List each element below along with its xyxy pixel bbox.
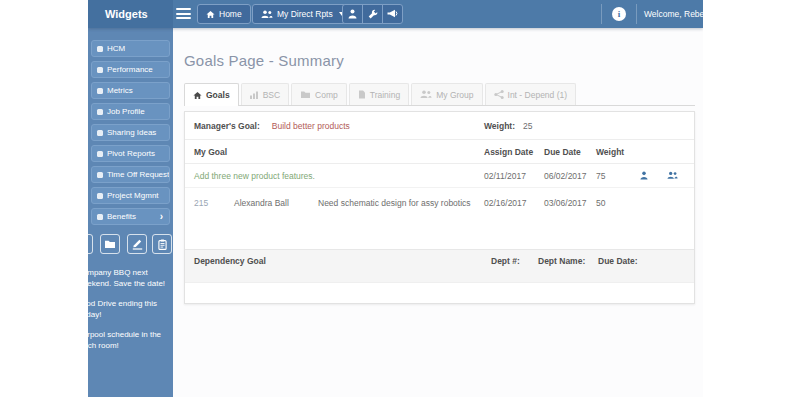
megaphone-icon [387, 9, 398, 19]
goal-description: Need schematic design for assy robotics [318, 198, 484, 208]
tab-label: Goals [206, 90, 230, 100]
page-title: Goals Page - Summary [184, 52, 695, 69]
sidebar-item-label: Metrics [107, 86, 133, 95]
column-header-due-date: Due Date [544, 147, 596, 157]
sidebar-item-label: Time Off Request [107, 170, 169, 179]
announcement-text: Food Drive ending this Friday! [88, 299, 169, 320]
column-header-assign-date: Assign Date [484, 147, 544, 157]
manager-goal-value[interactable]: Build better products [272, 121, 350, 131]
tab-my-group[interactable]: My Group [411, 83, 482, 105]
tab-training[interactable]: Training [349, 83, 409, 105]
file-icon [358, 90, 366, 99]
topbar-divider [636, 4, 637, 24]
people-icon [420, 90, 432, 99]
info-icon[interactable]: i [612, 7, 626, 21]
goal-link[interactable]: Add three new product features. [194, 171, 484, 181]
sidebar-item-label: Job Profile [107, 107, 145, 116]
topbar-divider [601, 4, 602, 24]
metrics-icon [97, 88, 103, 94]
manager-goal-row: Manager's Goal: Build better products We… [185, 112, 694, 140]
project-mgmnt-icon [97, 193, 103, 199]
brand-logo: Widgets [88, 0, 173, 28]
due-date-cell: 06/02/2017 [544, 171, 596, 181]
folder-icon [300, 90, 311, 99]
weight-value: 25 [523, 121, 532, 131]
edit-button[interactable] [127, 234, 147, 254]
sidebar-item-label: Pivot Reports [107, 149, 155, 158]
sidebar-item-benefits[interactable]: Benefits› [91, 208, 170, 225]
sidebar-item-label: Performance [107, 65, 153, 74]
app-window: Widgets Home My Direct Rpts [88, 0, 703, 397]
time-off-icon [97, 172, 103, 178]
sidebar-item-project-mgmnt[interactable]: Project Mgmnt [91, 187, 170, 204]
table-row: 215 Alexandra Ball Need schematic design… [185, 188, 694, 218]
my-direct-reports-button[interactable]: My Direct Rpts [252, 4, 354, 24]
pencil-icon [132, 239, 143, 250]
column-header-weight: Weight [596, 147, 640, 157]
sidebar-item-label: Sharing Ideas [107, 128, 156, 137]
sidebar-item-job-profile[interactable]: Job Profile [91, 103, 170, 120]
goals-table-header: My Goal Assign Date Due Date Weight [185, 140, 694, 164]
due-date-label: Due Date: [598, 256, 638, 266]
top-nav-bar: Widgets Home My Direct Rpts [88, 0, 703, 28]
tab-comp[interactable]: Comp [291, 83, 347, 105]
sidebar-item-metrics[interactable]: Metrics [91, 82, 170, 99]
home-icon [206, 10, 215, 19]
row-id: 215 [194, 198, 234, 208]
clipboard-icon [158, 239, 167, 250]
dependency-goal-header: Dependency Goal Dept #: Dept Name: Due D… [185, 249, 694, 283]
performance-icon [97, 67, 103, 73]
pivot-reports-icon [97, 151, 103, 157]
assign-date-cell: 02/16/2017 [484, 198, 544, 208]
tab-goals[interactable]: Goals [184, 83, 239, 106]
table-row: Add three new product features. 02/11/20… [185, 164, 694, 188]
owner-name: Alexandra Ball [234, 198, 318, 208]
chevron-right-icon: › [160, 209, 163, 224]
hcm-icon [97, 46, 103, 52]
main-content: Goals Page - Summary Goals BSC Comp Trai… [173, 28, 703, 397]
weight-cell: 75 [596, 171, 640, 181]
home-button-label: Home [219, 9, 242, 19]
group-button[interactable] [667, 171, 685, 180]
dept-name-label: Dept Name: [538, 256, 598, 266]
sidebar-item-hcm[interactable]: HCM [91, 40, 170, 57]
people-icon [261, 10, 273, 19]
sidebar-item-time-off-request[interactable]: Time Off Request [91, 166, 170, 183]
benefits-icon [97, 214, 103, 220]
people-icon [667, 171, 678, 180]
home-button[interactable]: Home [197, 4, 251, 24]
person-icon [640, 171, 648, 180]
weight-cell: 50 [596, 198, 640, 208]
dependency-goal-label: Dependency Goal [194, 256, 491, 266]
weight-label: Weight: [484, 121, 515, 131]
tab-bar: Goals BSC Comp Training My Group Int - D… [184, 84, 695, 106]
wrench-icon [368, 9, 378, 19]
announcement-text: Company BBQ next weekend. Save the date! [88, 268, 169, 289]
tab-label: Training [370, 90, 400, 100]
wrench-button[interactable] [362, 4, 383, 24]
assignee-button[interactable] [640, 171, 667, 180]
welcome-text: Welcome, Rebecca [644, 0, 703, 28]
due-date-cell: 03/06/2017 [544, 198, 596, 208]
manager-goal-label: Manager's Goal: [194, 121, 260, 131]
person-icon [348, 9, 357, 19]
job-profile-icon [97, 109, 103, 115]
bar-chart-icon [250, 91, 259, 99]
assign-date-cell: 02/11/2017 [484, 171, 544, 181]
person-button[interactable] [342, 4, 363, 24]
sharing-ideas-icon [97, 130, 103, 136]
dept-number-label: Dept #: [491, 256, 538, 266]
tab-label: My Group [436, 90, 473, 100]
sidebar-item-performance[interactable]: Performance [91, 61, 170, 78]
hamburger-menu-icon[interactable] [176, 8, 191, 20]
folder-button[interactable] [100, 234, 120, 254]
sidebar-item-sharing-ideas[interactable]: Sharing Ideas [91, 124, 170, 141]
clipped-tool-button[interactable] [88, 234, 93, 254]
tab-int-depend[interactable]: Int - Depend (1) [485, 83, 577, 105]
tab-label: BSC [263, 90, 280, 100]
sidebar-item-pivot-reports[interactable]: Pivot Reports [91, 145, 170, 162]
clipboard-button[interactable] [152, 234, 172, 254]
tab-bsc[interactable]: BSC [241, 83, 289, 105]
megaphone-button[interactable] [382, 4, 403, 24]
folder-icon [104, 239, 116, 249]
